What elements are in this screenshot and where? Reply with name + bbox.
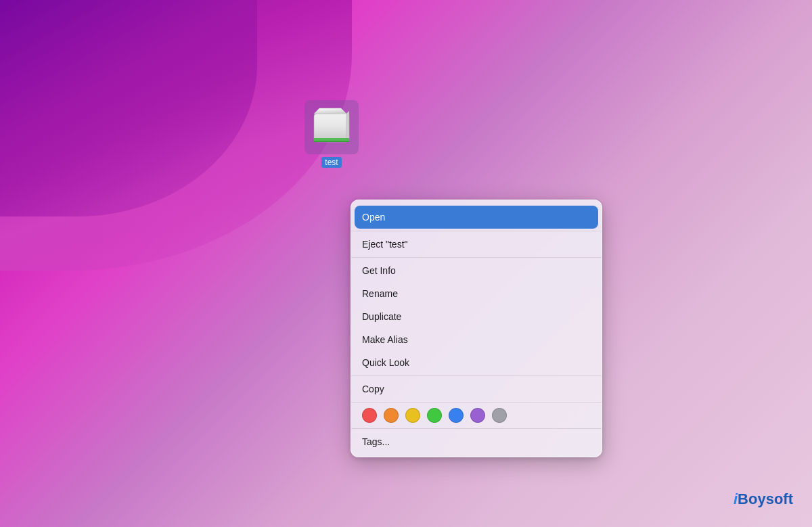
color-dots-row (351, 404, 602, 427)
menu-item-get-info[interactable]: Get Info (351, 259, 602, 282)
svg-marker-1 (314, 108, 346, 114)
context-menu: Open Eject "test" Get Info Rename Duplic… (351, 200, 602, 457)
menu-item-tags[interactable]: Tags... (351, 430, 602, 453)
menu-item-rename[interactable]: Rename (351, 282, 602, 305)
menu-item-open[interactable]: Open (355, 206, 598, 229)
menu-item-quick-look[interactable]: Quick Look (351, 351, 602, 374)
menu-item-make-alias[interactable]: Make Alias (351, 328, 602, 351)
separator-4 (351, 402, 602, 403)
separator-1 (351, 231, 602, 231)
color-dot-red[interactable] (362, 408, 377, 423)
separator-3 (351, 375, 602, 376)
color-dot-orange[interactable] (384, 408, 399, 423)
drive-icon (309, 104, 355, 150)
svg-marker-2 (346, 111, 349, 142)
color-dot-gray[interactable] (492, 408, 507, 423)
menu-item-eject[interactable]: Eject "test" (351, 233, 602, 256)
svg-rect-0 (314, 114, 349, 142)
color-dot-green[interactable] (427, 408, 442, 423)
icon-wrapper (304, 100, 359, 154)
menu-item-duplicate[interactable]: Duplicate (351, 305, 602, 328)
color-dot-yellow[interactable] (405, 408, 420, 423)
svg-rect-4 (314, 141, 349, 142)
watermark: iBoysoft (734, 490, 793, 508)
watermark-suffix: Boysoft (738, 490, 793, 507)
menu-item-copy[interactable]: Copy (351, 377, 602, 400)
icon-label: test (321, 157, 341, 168)
color-dot-purple[interactable] (470, 408, 485, 423)
desktop-icon[interactable]: test (301, 100, 362, 168)
separator-2 (351, 257, 602, 258)
color-dot-blue[interactable] (449, 408, 464, 423)
separator-5 (351, 428, 602, 429)
